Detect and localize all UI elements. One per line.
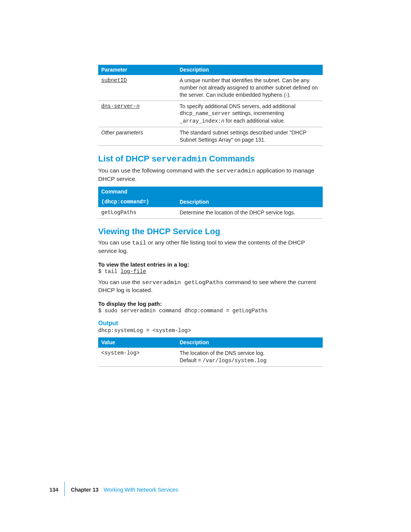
desc-cell: Determine the location of the DHCP servi… [177, 207, 323, 218]
text: settings, incrementing [231, 110, 284, 116]
paragraph: You can use the following command with t… [98, 167, 323, 183]
output-heading: Output [98, 320, 323, 327]
text: <system-log> [153, 328, 191, 334]
table-header: Value [98, 337, 177, 348]
table-row: Other parameters The standard subnet set… [98, 127, 323, 146]
page-footer: 134 Chapter 13 Working With Network Serv… [49, 487, 178, 496]
table-header: Description [177, 65, 323, 75]
code-block: dhcp:systemLog = <system-log> [98, 328, 323, 334]
page-content: Parameter Description subnetID A unique … [98, 65, 323, 374]
text: You can use the following command with t… [98, 167, 216, 174]
table-header: Parameter [98, 65, 177, 75]
command-cell: getLogPaths [98, 207, 177, 218]
inline-code: serveradmin [151, 155, 207, 164]
inline-code: serveradmin [216, 168, 255, 174]
inline-code: _array_index: [180, 118, 221, 124]
table-row: dns-server-n To specify additional DNS s… [98, 101, 323, 127]
value-table: Value Description <system-log> The locat… [98, 337, 323, 367]
table-header: Command [98, 187, 177, 197]
text: List of DHCP [98, 154, 151, 163]
table-row: subnetID A unique number that identifies… [98, 75, 323, 101]
section-heading: List of DHCP serveradmin Commands [98, 153, 323, 165]
desc-cell: To specify additional DNS servers, add a… [177, 101, 323, 127]
table-header: Description [177, 337, 323, 348]
inline-code: dhcp_name_server [180, 110, 231, 117]
document-page: Parameter Description subnetID A unique … [0, 0, 411, 532]
text: You can use the [98, 279, 142, 285]
inline-code: /var/logs/system.log [202, 358, 266, 364]
value-cell: <system-log> [98, 348, 177, 366]
paragraph: You can use tail or any other file listi… [98, 239, 323, 255]
desc-cell: The location of the DNS service log. Def… [177, 348, 323, 366]
table-row: <system-log> The location of the DNS ser… [98, 348, 323, 366]
text: You can use [98, 239, 132, 246]
table-header [177, 187, 323, 197]
text: dhcp:systemLog = [98, 328, 153, 334]
text: for each additional value. [225, 118, 285, 124]
command-table: Command (dhcp:command=) Description getL… [98, 187, 323, 219]
desc-cell: A unique number that identifies the subn… [177, 75, 323, 101]
text: log-file [121, 268, 146, 275]
sub-heading: To display the log path: [98, 300, 323, 307]
table-header: Description [177, 197, 323, 207]
table-header: (dhcp:command=) [98, 197, 177, 207]
chapter-label: Chapter 13 [71, 487, 98, 493]
text: n [136, 103, 139, 109]
text: Commands [207, 154, 255, 163]
paragraph: You can use the serveradmin getLogPaths … [98, 278, 323, 295]
sub-heading: To view the latest entries in a log: [98, 261, 323, 268]
footer-text: Chapter 13 Working With Network Services [71, 487, 178, 493]
footer-divider [64, 482, 65, 496]
text: The location of the DNS service log. [180, 350, 264, 356]
param-cell: subnetID [98, 75, 177, 101]
param-cell: dns-server-n [98, 101, 177, 127]
code-block: $ sudo serveradmin command dhcp:command … [98, 308, 323, 314]
parameter-table: Parameter Description subnetID A unique … [98, 65, 323, 146]
inline-code: n [221, 118, 224, 124]
code-block: $ tail log-file [98, 268, 323, 275]
text: Default = [180, 357, 202, 363]
text: dns-server- [101, 103, 136, 109]
desc-cell: The standard subnet settings described u… [177, 127, 323, 146]
page-number: 134 [49, 487, 58, 493]
text: To specify additional DNS servers, add a… [180, 103, 295, 109]
table-row: getLogPaths Determine the location of th… [98, 207, 323, 218]
param-cell: Other parameters [98, 127, 177, 146]
chapter-title: Working With Network Services [104, 487, 178, 493]
inline-code: tail [132, 240, 146, 246]
section-heading: Viewing the DHCP Service Log [98, 226, 323, 237]
inline-code: serveradmin getLogPaths [142, 279, 223, 286]
text: $ tail [98, 268, 121, 275]
